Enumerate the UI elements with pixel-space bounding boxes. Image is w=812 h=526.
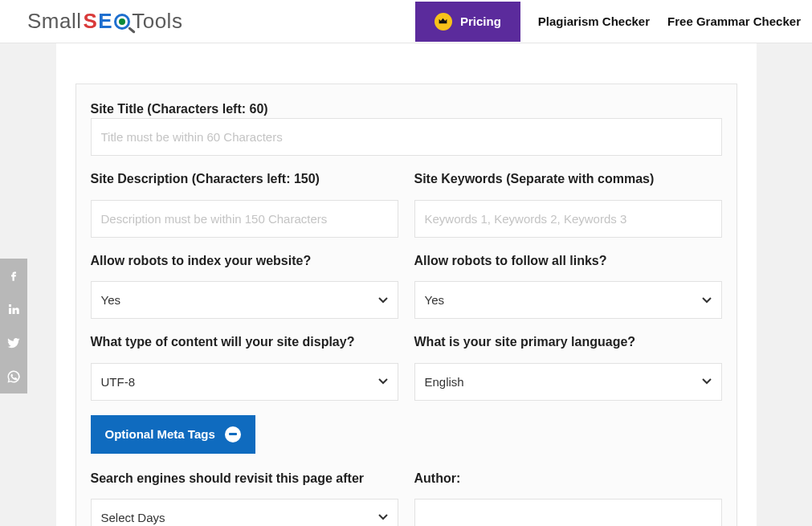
revisit-select[interactable]: Select Days bbox=[91, 499, 398, 526]
page-container: Site Title (Characters left: 60) Site De… bbox=[56, 43, 757, 526]
content-type-label: What type of content will your site disp… bbox=[91, 333, 398, 351]
robots-follow-select[interactable]: Yes bbox=[414, 281, 722, 319]
author-input[interactable] bbox=[414, 499, 722, 526]
logo-s-letter: S bbox=[84, 9, 98, 34]
pricing-button[interactable]: Pricing bbox=[415, 2, 520, 42]
facebook-icon bbox=[6, 268, 21, 283]
top-bar: Small S E Tools Pricing Plagiarism Check… bbox=[0, 0, 812, 43]
logo-seo-mark: S E bbox=[84, 9, 131, 34]
site-keywords-label: Site Keywords (Separate with commas) bbox=[414, 170, 722, 188]
language-select[interactable]: English bbox=[414, 363, 722, 401]
crown-icon bbox=[435, 13, 452, 31]
nav-grammar-checker[interactable]: Free Grammar Checker bbox=[667, 14, 801, 28]
share-twitter-button[interactable] bbox=[0, 326, 27, 360]
site-title-label: Site Title (Characters left: 60) bbox=[91, 102, 268, 116]
site-title-input[interactable] bbox=[91, 118, 722, 156]
optional-meta-label: Optional Meta Tags bbox=[105, 427, 215, 441]
robots-follow-label: Allow robots to follow all links? bbox=[414, 252, 722, 270]
meta-tag-form: Site Title (Characters left: 60) Site De… bbox=[75, 84, 737, 526]
share-linkedin-button[interactable] bbox=[0, 292, 27, 326]
content-type-select[interactable]: UTF-8 bbox=[91, 363, 398, 401]
language-label: What is your site primary language? bbox=[414, 333, 722, 351]
robots-index-select[interactable]: Yes bbox=[91, 281, 398, 319]
share-facebook-button[interactable] bbox=[0, 259, 27, 292]
logo-text-suffix: Tools bbox=[132, 9, 182, 34]
optional-meta-tags-toggle[interactable]: Optional Meta Tags bbox=[91, 415, 255, 454]
robots-index-label: Allow robots to index your website? bbox=[91, 252, 398, 270]
minus-circle-icon bbox=[225, 426, 241, 442]
nav-plagiarism-checker[interactable]: Plagiarism Checker bbox=[538, 14, 650, 28]
site-desc-input[interactable] bbox=[91, 200, 398, 238]
site-logo[interactable]: Small S E Tools bbox=[27, 9, 182, 34]
site-keywords-input[interactable] bbox=[414, 200, 722, 238]
share-whatsapp-button[interactable] bbox=[0, 360, 27, 393]
pricing-label: Pricing bbox=[460, 14, 501, 28]
logo-e-letter: E bbox=[98, 9, 112, 34]
author-label: Author: bbox=[414, 470, 722, 487]
social-share-rail bbox=[0, 259, 27, 393]
nav-right: Pricing Plagiarism Checker Free Grammar … bbox=[415, 2, 801, 42]
site-desc-label: Site Description (Characters left: 150) bbox=[91, 170, 398, 188]
twitter-icon bbox=[6, 336, 21, 350]
logo-text-prefix: Small bbox=[27, 9, 82, 34]
whatsapp-icon bbox=[6, 369, 21, 384]
linkedin-icon bbox=[6, 302, 21, 316]
revisit-label: Search engines should revisit this page … bbox=[91, 470, 398, 487]
magnifier-icon bbox=[114, 14, 130, 30]
